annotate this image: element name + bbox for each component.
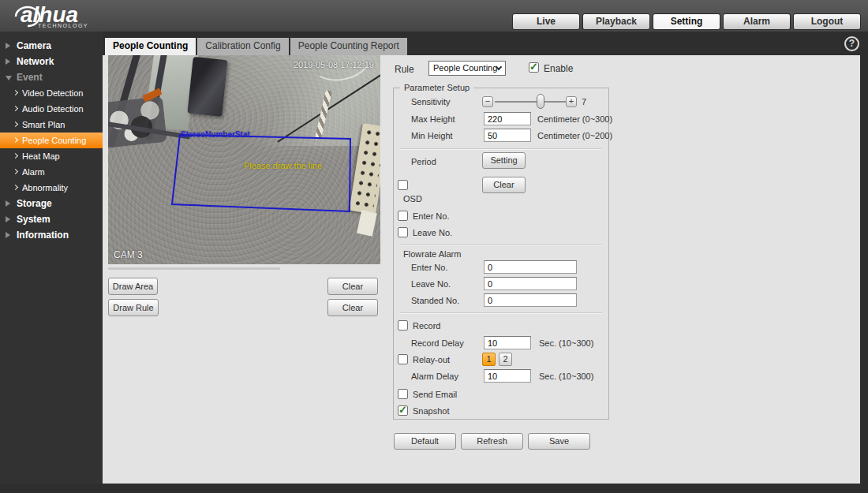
- tab-people-counting[interactable]: People Counting: [105, 38, 196, 55]
- chevron-right-icon: [13, 185, 18, 190]
- draw-line-hint: Please draw the line: [244, 161, 322, 170]
- flowrate-standed-input[interactable]: [484, 293, 577, 307]
- nav-alarm-button[interactable]: Alarm: [723, 13, 791, 30]
- flowrate-standed-label: Standed No.: [411, 296, 459, 305]
- relay-out-checkbox[interactable]: [398, 354, 408, 364]
- osd-checkbox[interactable]: [398, 180, 408, 190]
- sensitivity-value: 7: [582, 97, 586, 106]
- enable-label: Enable: [544, 63, 573, 74]
- max-height-label: Max Height: [411, 114, 455, 124]
- rule-label: Rule: [395, 64, 414, 75]
- sidebar-item-information[interactable]: Information: [0, 227, 103, 243]
- sensitivity-label: Sensitivity: [411, 97, 451, 106]
- sidebar-item-heat-map[interactable]: Heat Map: [0, 148, 103, 164]
- relay-out-label: Relay-out: [413, 355, 450, 364]
- send-email-label: Send Email: [413, 390, 457, 399]
- record-delay-label: Record Delay: [411, 338, 464, 348]
- chevron-right-icon: [13, 90, 18, 95]
- max-height-unit: Centimeter (0~300): [537, 114, 612, 124]
- nav-live-button[interactable]: Live: [512, 13, 580, 30]
- flowrate-alarm-title: Flowrate Alarm: [403, 249, 461, 259]
- alarm-delay-label: Alarm Delay: [411, 372, 458, 381]
- nav-setting-button[interactable]: Setting: [653, 13, 720, 30]
- send-email-checkbox[interactable]: [398, 389, 408, 399]
- help-icon[interactable]: ?: [844, 36, 859, 51]
- dahua-camera-web-ui: alhua TECHNOLOGY Live Playback Setting A…: [0, 0, 868, 493]
- clear-rule-button[interactable]: Clear: [327, 299, 378, 316]
- dahua-logo: alhua TECHNOLOGY: [9, 1, 112, 31]
- relay-out-2-button[interactable]: 2: [499, 353, 512, 366]
- nav-playback-button[interactable]: Playback: [582, 13, 650, 30]
- collapsed-arrow-icon: [6, 58, 10, 65]
- flowrate-enter-label: Enter No.: [411, 263, 447, 272]
- sensitivity-minus-button[interactable]: −: [482, 96, 493, 107]
- save-button[interactable]: Save: [528, 433, 590, 450]
- min-height-unit: Centimeter (0~200): [537, 131, 612, 140]
- relay-out-1-button[interactable]: 1: [482, 353, 496, 366]
- osd-leave-no-checkbox[interactable]: [398, 227, 408, 237]
- sidebar-item-smart-plan[interactable]: Smart Plan: [0, 117, 103, 133]
- max-height-input[interactable]: [484, 112, 531, 125]
- record-checkbox[interactable]: [398, 320, 408, 331]
- sidebar-item-audio-detection[interactable]: Audio Detection: [0, 101, 103, 117]
- sidebar-item-abnormality[interactable]: Abnormality: [0, 180, 103, 196]
- alarm-delay-unit: Sec. (10~300): [539, 372, 593, 381]
- draw-rule-button[interactable]: Draw Rule: [108, 299, 159, 316]
- video-horizontal-scrollbar[interactable]: [108, 267, 280, 270]
- flowrate-enter-input[interactable]: [484, 260, 577, 274]
- sidebar-item-people-counting[interactable]: People Counting: [0, 133, 103, 148]
- period-label: Period: [411, 157, 436, 166]
- osd-enter-no-checkbox[interactable]: [398, 211, 408, 221]
- divider: [400, 245, 602, 246]
- nav-logout-button[interactable]: Logout: [793, 13, 861, 30]
- sidebar-item-video-detection[interactable]: Video Detection: [0, 85, 103, 101]
- sidebar-menu: Camera Network Event Video Detection Aud…: [0, 32, 103, 484]
- video-preview-canvas[interactable]: StereoNumberStat Please draw the line 20…: [108, 55, 380, 264]
- period-setting-button[interactable]: Setting: [482, 152, 526, 169]
- sidebar-item-event[interactable]: Event: [0, 69, 103, 85]
- sidebar-item-camera[interactable]: Camera: [0, 38, 103, 54]
- snapshot-label: Snapshot: [413, 406, 449, 416]
- draw-area-button[interactable]: Draw Area: [108, 278, 158, 295]
- header-bar: alhua TECHNOLOGY Live Playback Setting A…: [0, 0, 868, 32]
- rule-select-value: People Counting: [433, 63, 497, 73]
- sidebar-item-network[interactable]: Network: [0, 54, 103, 69]
- tab-people-counting-report[interactable]: People Counting Report: [290, 38, 407, 55]
- alarm-delay-input[interactable]: [484, 369, 531, 383]
- clear-area-button[interactable]: Clear: [327, 278, 378, 295]
- tab-bar: People Counting Calibration Config Peopl…: [105, 38, 407, 55]
- collapsed-arrow-icon: [6, 200, 10, 207]
- rule-select[interactable]: People Counting: [428, 61, 506, 76]
- record-delay-input[interactable]: [484, 336, 531, 349]
- refresh-button[interactable]: Refresh: [461, 433, 523, 450]
- sidebar-item-storage[interactable]: Storage: [0, 196, 103, 211]
- sidebar-item-system[interactable]: System: [0, 211, 103, 227]
- min-height-label: Min Height: [411, 131, 453, 140]
- parameter-setup-group: Parameter Setup Sensitivity − + 7 Max He…: [393, 88, 609, 420]
- osd-leave-no-label: Leave No.: [413, 228, 452, 237]
- snapshot-checkbox[interactable]: [398, 405, 408, 416]
- detection-region-overlay: [108, 55, 380, 264]
- parameter-setup-legend: Parameter Setup: [400, 83, 473, 92]
- enable-checkbox[interactable]: [529, 62, 539, 73]
- osd-clear-button[interactable]: Clear: [482, 177, 526, 193]
- chevron-right-icon: [13, 137, 18, 143]
- collapsed-arrow-icon: [6, 216, 10, 222]
- chevron-right-icon: [13, 153, 18, 159]
- camera-name-label: CAM 3: [114, 249, 143, 260]
- record-label: Record: [413, 321, 440, 331]
- sensitivity-slider-handle[interactable]: [537, 94, 544, 109]
- osd-label: OSD: [403, 194, 422, 204]
- tab-calibration-config[interactable]: Calibration Config: [197, 38, 288, 55]
- collapsed-arrow-icon: [6, 43, 10, 49]
- record-delay-unit: Sec. (10~300): [539, 338, 593, 348]
- sidebar-item-alarm[interactable]: Alarm: [0, 164, 103, 180]
- min-height-input[interactable]: [484, 129, 531, 142]
- collapsed-arrow-icon: [6, 232, 10, 238]
- sensitivity-plus-button[interactable]: +: [566, 96, 577, 107]
- rule-area-label: StereoNumberStat: [181, 130, 250, 139]
- default-button[interactable]: Default: [394, 433, 456, 450]
- expanded-arrow-icon: [6, 76, 12, 80]
- flowrate-leave-input[interactable]: [484, 277, 577, 290]
- sensitivity-slider-track[interactable]: [495, 101, 566, 103]
